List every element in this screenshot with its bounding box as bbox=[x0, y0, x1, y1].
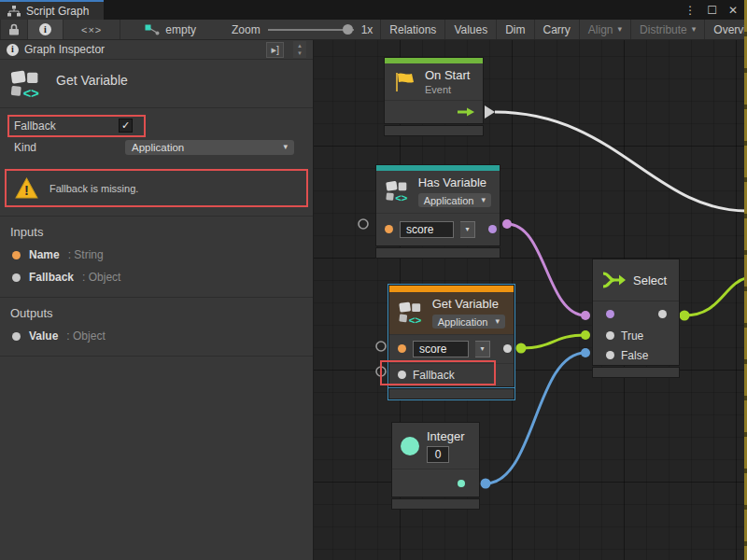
true-input-port[interactable] bbox=[606, 331, 614, 340]
scroll-down-icon[interactable]: ▼ bbox=[297, 50, 303, 56]
kind-value: Application bbox=[132, 142, 184, 153]
port-type: Object bbox=[66, 329, 105, 343]
graph-inspector-panel: i Graph Inspector ▸] ▲ ▼ <> Get Variable… bbox=[0, 40, 314, 560]
port-dot bbox=[12, 332, 21, 341]
variable-name-field[interactable]: score bbox=[400, 221, 454, 238]
section-divider bbox=[0, 356, 313, 357]
node-header: <> Has Variable Application ▾ bbox=[376, 171, 500, 213]
false-port-row: False bbox=[593, 345, 679, 365]
variable-name-field[interactable]: score bbox=[413, 341, 469, 357]
unconnected-port-indicator[interactable] bbox=[359, 219, 368, 229]
distribute-button[interactable]: Distribute ▾ bbox=[630, 20, 704, 39]
node-body: Select True False bbox=[593, 259, 679, 365]
inspector-header: i Graph Inspector ▸] ▲ ▼ bbox=[0, 40, 313, 60]
port-type: String bbox=[68, 248, 104, 261]
node-title: Integer bbox=[427, 429, 464, 443]
inputs-heading: Inputs bbox=[0, 216, 313, 244]
fallback-port-annotation bbox=[380, 360, 496, 385]
wire-select-output bbox=[684, 277, 747, 315]
variable-color-bar bbox=[389, 286, 514, 292]
input-row-fallback: FallbackObject bbox=[0, 266, 313, 288]
false-input-port[interactable] bbox=[606, 351, 614, 359]
zoom-slider[interactable] bbox=[268, 29, 354, 31]
integer-output-port[interactable] bbox=[458, 480, 465, 487]
maximize-icon[interactable]: ☐ bbox=[707, 5, 717, 16]
zoom-level: 1x bbox=[361, 23, 374, 36]
wire-hasvariable-select bbox=[507, 224, 585, 315]
graph-breadcrumb[interactable]: empty bbox=[137, 20, 204, 39]
node-body: <> Has Variable Application ▾ score ▾ bbox=[376, 165, 500, 245]
values-code-button[interactable]: <×> bbox=[63, 20, 120, 39]
node-header: On Start Event bbox=[385, 63, 483, 100]
variable-name-caret[interactable]: ▾ bbox=[460, 221, 475, 238]
svg-text:!: ! bbox=[24, 183, 29, 198]
info-icon: i bbox=[39, 23, 51, 35]
flag-icon bbox=[393, 71, 417, 93]
warning-text: Fallback is missing. bbox=[49, 183, 138, 194]
variable-name-caret[interactable]: ▾ bbox=[475, 341, 490, 357]
unconnected-port-indicator[interactable] bbox=[376, 342, 386, 351]
chevron-down-icon: ▾ bbox=[618, 25, 623, 34]
condition-input-port[interactable] bbox=[606, 310, 614, 318]
wire-layer bbox=[314, 40, 747, 560]
node-has-variable[interactable]: <> Has Variable Application ▾ score ▾ bbox=[376, 165, 500, 258]
node-select[interactable]: Select True False bbox=[593, 259, 679, 377]
chevron-down-icon: ▾ bbox=[481, 196, 486, 204]
info-icon: i bbox=[7, 44, 19, 56]
inspector-title: Graph Inspector bbox=[24, 43, 105, 56]
value-output-port[interactable] bbox=[503, 344, 512, 353]
window-menu-icon[interactable]: ⋮ bbox=[684, 5, 696, 16]
wire-onstart-exec bbox=[495, 112, 747, 211]
variable-kind-dropdown[interactable]: Application ▾ bbox=[418, 193, 491, 207]
title-bar: Script Graph ⋮ ☐ ✕ bbox=[0, 0, 747, 20]
node-title: Get Variable bbox=[432, 297, 505, 311]
wire-endpoint-dot[interactable] bbox=[581, 330, 590, 340]
wire-endpoint-dot[interactable] bbox=[581, 311, 590, 320]
fallback-checkbox[interactable]: ✓ bbox=[119, 119, 133, 133]
zoom-control: Zoom 1x bbox=[224, 20, 380, 39]
script-graph-window: Script Graph ⋮ ☐ ✕ i <×> empty bbox=[0, 0, 747, 560]
align-button[interactable]: Align ▾ bbox=[579, 20, 630, 39]
breadcrumb-label: empty bbox=[165, 23, 196, 36]
wire-endpoint-dot[interactable] bbox=[516, 343, 527, 354]
selection-output-port[interactable] bbox=[658, 310, 667, 318]
close-icon[interactable]: ✕ bbox=[728, 5, 738, 16]
kind-dropdown[interactable]: Application ▾ bbox=[125, 140, 294, 155]
carry-button[interactable]: Carry bbox=[534, 20, 579, 39]
node-body: On Start Event bbox=[385, 58, 483, 123]
variable-kind-dropdown[interactable]: Application ▾ bbox=[432, 315, 505, 329]
wire-endpoint-dot[interactable] bbox=[581, 348, 590, 357]
exec-arrow-icon[interactable] bbox=[458, 107, 474, 117]
zoom-slider-handle[interactable] bbox=[343, 24, 353, 35]
node-footer bbox=[376, 248, 500, 258]
name-input-port[interactable] bbox=[385, 225, 393, 233]
port-name: Value bbox=[29, 329, 58, 343]
result-output-port[interactable] bbox=[488, 225, 497, 233]
wire-getvariable-select-true bbox=[521, 335, 585, 348]
node-subtitle: Event bbox=[425, 84, 470, 95]
overview-button[interactable]: Overview bbox=[704, 20, 747, 39]
node-on-start[interactable]: On Start Event bbox=[385, 58, 483, 135]
values-button[interactable]: Values bbox=[444, 20, 496, 39]
graph-canvas[interactable]: On Start Event bbox=[314, 40, 747, 560]
tab-script-graph[interactable]: Script Graph bbox=[0, 0, 104, 20]
name-input-port[interactable] bbox=[398, 344, 406, 353]
variable-icon: <> bbox=[385, 178, 411, 204]
scroll-up-icon[interactable]: ▲ bbox=[297, 43, 303, 49]
integer-value-field[interactable]: 0 bbox=[427, 446, 449, 463]
node-integer[interactable]: Integer 0 bbox=[392, 423, 479, 509]
inspector-toggle-button[interactable]: i bbox=[28, 20, 63, 39]
wire-endpoint-dot[interactable] bbox=[481, 479, 491, 489]
wire-endpoint-dot[interactable] bbox=[502, 219, 512, 229]
wire-endpoint-dot[interactable] bbox=[680, 311, 690, 321]
dim-button[interactable]: Dim bbox=[496, 20, 533, 39]
port-dot bbox=[12, 251, 21, 259]
dock-panel-icon[interactable]: ▸] bbox=[266, 42, 284, 58]
lock-button[interactable] bbox=[0, 20, 28, 39]
fallback-highlight-annotation: Fallback ✓ bbox=[7, 115, 146, 137]
condition-port-row bbox=[593, 301, 679, 326]
svg-text:<>: <> bbox=[409, 314, 422, 326]
relations-button[interactable]: Relations bbox=[380, 20, 444, 39]
exec-output-port-triangle[interactable] bbox=[485, 105, 495, 119]
fallback-field-label: Fallback bbox=[14, 119, 119, 133]
